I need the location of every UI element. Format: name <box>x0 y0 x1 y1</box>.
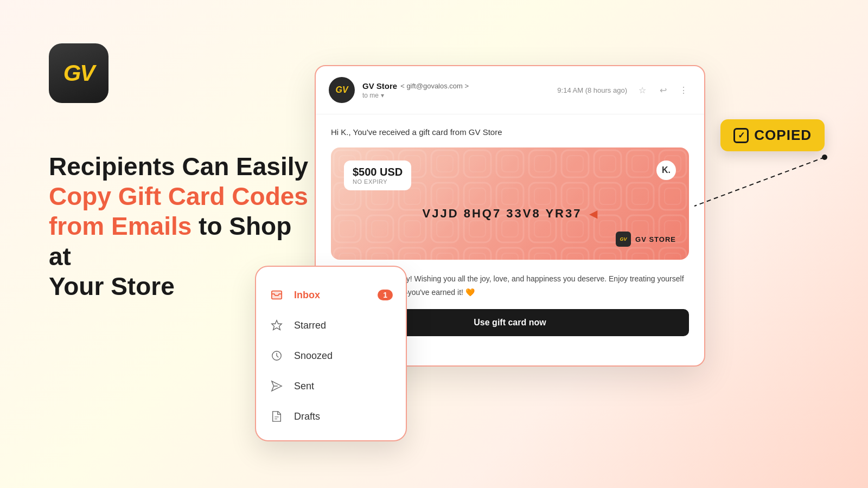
amount-expiry: NO EXPIRY <box>353 178 403 185</box>
sender-name: GV Store <box>362 81 397 91</box>
sender-email-address: < gift@govalos.com > <box>400 82 469 90</box>
svg-line-3 <box>694 157 825 206</box>
mobile-panel: Inbox 1 Starred Snoozed Sent <box>255 266 407 441</box>
gift-card: $500 USD NO EXPIRY K. VJJD 8HQ7 33V8 YR3… <box>331 147 689 260</box>
drafts-label: Drafts <box>294 411 320 422</box>
inbox-icon <box>269 287 284 303</box>
copied-check-icon: ✓ <box>733 128 749 143</box>
more-options-icon[interactable]: ⋮ <box>676 82 691 98</box>
mobile-menu-item-snoozed[interactable]: Snoozed <box>256 341 406 371</box>
starred-label: Starred <box>294 320 326 331</box>
gift-card-top: $500 USD NO EXPIRY K. <box>344 160 676 190</box>
email-actions: ☆ ↩ ⋮ <box>635 82 691 98</box>
mobile-menu-item-inbox[interactable]: Inbox 1 <box>256 280 406 310</box>
snoozed-label: Snoozed <box>294 350 333 362</box>
gift-card-code: VJJD 8HQ7 33V8 YR37 <box>423 207 582 221</box>
send-icon <box>269 378 284 394</box>
copied-text: COPIED <box>754 127 812 144</box>
copied-badge: ✓ COPIED <box>720 119 825 151</box>
mobile-menu-item-drafts[interactable]: Drafts <box>256 401 406 432</box>
mobile-menu-item-sent[interactable]: Sent <box>256 371 406 401</box>
logo-text: GV <box>63 60 94 86</box>
inbox-label: Inbox <box>294 290 320 301</box>
inbox-badge: 1 <box>378 290 393 300</box>
brand-name: GV STORE <box>635 235 676 243</box>
star-icon[interactable]: ☆ <box>635 82 650 98</box>
recipient-initial: K. <box>656 160 676 180</box>
mobile-menu-item-starred[interactable]: Starred <box>256 310 406 341</box>
file-icon <box>269 409 284 424</box>
dropdown-arrow[interactable]: ▾ <box>381 92 384 99</box>
amount-value: $500 USD <box>353 166 403 178</box>
reply-icon[interactable]: ↩ <box>655 82 671 98</box>
clock-icon <box>269 348 284 363</box>
gift-card-amount-box: $500 USD NO EXPIRY <box>344 160 411 190</box>
brand-mini-logo: GV <box>616 232 631 247</box>
email-timestamp: 9:14 AM (8 hours ago) <box>557 86 627 94</box>
star-menu-icon <box>269 318 284 333</box>
svg-point-4 <box>822 155 827 160</box>
sender-info: GV Store < gift@govalos.com > to me ▾ <box>362 81 557 99</box>
email-greeting: Hi K., You've received a gift card from … <box>331 127 689 137</box>
svg-marker-7 <box>272 320 282 330</box>
copy-arrow-icon: ◀ <box>589 207 597 220</box>
sender-avatar: GV <box>329 77 355 103</box>
email-meta: 9:14 AM (8 hours ago) ☆ ↩ ⋮ <box>557 82 691 98</box>
gift-card-brand: GV GV STORE <box>344 232 676 247</box>
gift-card-code-row: VJJD 8HQ7 33V8 YR37 ◀ <box>344 207 676 221</box>
sent-label: Sent <box>294 381 314 392</box>
app-logo: GV <box>49 43 108 103</box>
recipient-label: to me <box>362 92 379 99</box>
email-header: GV GV Store < gift@govalos.com > to me ▾… <box>316 66 704 114</box>
